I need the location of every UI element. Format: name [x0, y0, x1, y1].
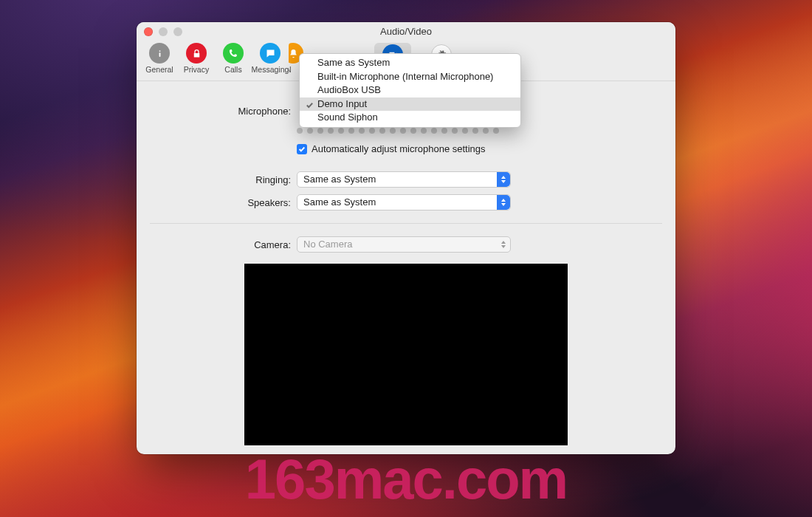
- tab-messaging[interactable]: Messaging: [252, 41, 289, 74]
- ringing-label: Ringing:: [153, 174, 297, 185]
- microphone-dropdown[interactable]: Same as SystemBuilt-in Microphone (Inter…: [299, 53, 521, 128]
- tab-general[interactable]: General: [141, 41, 178, 74]
- ringing-select-value: Same as System: [303, 174, 376, 185]
- traffic-lights: [144, 27, 182, 36]
- tab-messaging-label: Messaging: [252, 65, 289, 74]
- microphone-option-label: Same as System: [317, 57, 390, 68]
- camera-select-value: No Camera: [303, 239, 352, 250]
- camera-label: Camera:: [153, 239, 297, 250]
- titlebar: Audio/Video: [137, 22, 675, 41]
- minimize-icon[interactable]: [159, 27, 168, 36]
- auto-adjust-mic-label: Automatically adjust microphone settings: [312, 143, 486, 154]
- ringing-select[interactable]: Same as System: [297, 171, 511, 188]
- checkmark-icon: [306, 100, 314, 108]
- microphone-option-label: Demo Input: [317, 98, 367, 109]
- microphone-option[interactable]: Demo Input: [300, 97, 520, 112]
- microphone-option-label: Built-in Microphone (Internal Microphone…: [317, 71, 493, 82]
- zoom-icon[interactable]: [173, 27, 182, 36]
- microphone-option[interactable]: AudioBox USB: [300, 83, 520, 97]
- tab-privacy[interactable]: Privacy: [178, 41, 215, 74]
- svg-rect-1: [159, 52, 160, 57]
- svg-rect-0: [159, 50, 160, 52]
- stepper-icon: [497, 172, 510, 187]
- lock-icon: [186, 43, 207, 64]
- tab-calls-label: Calls: [224, 65, 241, 74]
- stepper-icon: [497, 195, 510, 210]
- chat-icon: [260, 43, 281, 64]
- close-icon[interactable]: [144, 27, 153, 36]
- camera-preview: [244, 264, 568, 445]
- speakers-label: Speakers:: [153, 197, 297, 208]
- preferences-content: Microphone: Automatically: [137, 81, 675, 454]
- microphone-option-label: Sound Siphon: [317, 112, 378, 123]
- microphone-option[interactable]: Built-in Microphone (Internal Microphone…: [300, 70, 520, 84]
- divider: [150, 223, 662, 224]
- auto-adjust-mic-checkbox[interactable]: Automatically adjust microphone settings: [297, 143, 486, 154]
- tab-notifications-label: N: [289, 65, 292, 74]
- stepper-icon: [497, 237, 510, 252]
- tab-calls[interactable]: Calls: [215, 41, 252, 74]
- microphone-option-label: AudioBox USB: [317, 84, 381, 95]
- tab-general-label: General: [145, 65, 173, 74]
- camera-select[interactable]: No Camera: [297, 236, 511, 253]
- speakers-select-value: Same as System: [303, 196, 376, 208]
- watermark: 163mac.com: [245, 447, 567, 511]
- phone-icon: [223, 43, 244, 64]
- microphone-option[interactable]: Same as System: [300, 56, 520, 70]
- speakers-select[interactable]: Same as System: [297, 194, 511, 210]
- window-title: Audio/Video: [137, 22, 675, 41]
- checkbox-checked-icon: [297, 144, 307, 154]
- microphone-label: Microphone:: [153, 106, 297, 117]
- microphone-option[interactable]: Sound Siphon: [300, 111, 520, 125]
- tab-privacy-label: Privacy: [184, 65, 209, 74]
- info-icon: [149, 43, 170, 64]
